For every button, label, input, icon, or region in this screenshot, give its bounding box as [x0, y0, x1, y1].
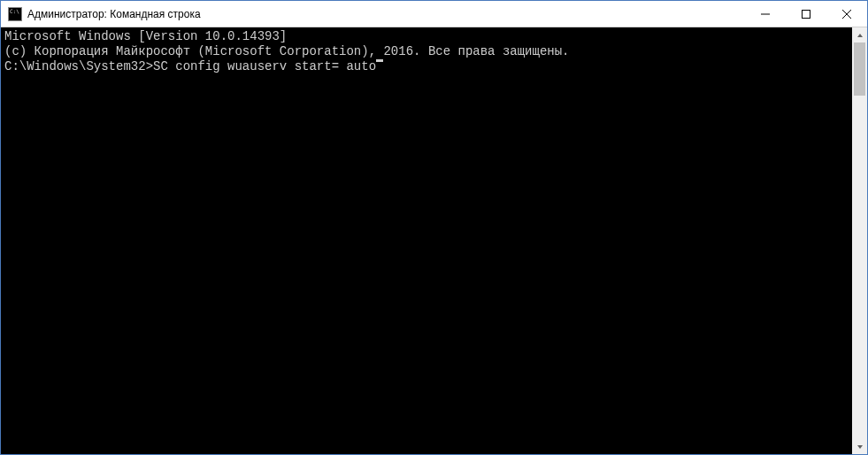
- command-input[interactable]: SC config wuauserv start= auto: [153, 59, 376, 74]
- prompt-line: C:\Windows\System32>SC config wuauserv s…: [4, 59, 849, 74]
- close-button[interactable]: [826, 1, 867, 27]
- vertical-scrollbar[interactable]: [852, 27, 867, 454]
- scroll-up-button[interactable]: [852, 27, 867, 42]
- command-prompt-window: Администратор: Командная строка Microsof…: [0, 0, 868, 455]
- cmd-icon: [8, 7, 22, 21]
- output-line: (c) Корпорация Майкрософт (Microsoft Cor…: [4, 44, 849, 59]
- svg-rect-1: [803, 10, 810, 18]
- scrollbar-track[interactable]: [852, 42, 867, 439]
- titlebar[interactable]: Администратор: Командная строка: [1, 1, 867, 27]
- svg-marker-4: [857, 34, 863, 37]
- client-area: Microsoft Windows [Version 10.0.14393](c…: [1, 27, 867, 454]
- scrollbar-thumb[interactable]: [854, 42, 865, 96]
- prompt: C:\Windows\System32>: [4, 59, 153, 74]
- output-line: Microsoft Windows [Version 10.0.14393]: [4, 29, 849, 44]
- svg-marker-5: [857, 445, 863, 449]
- minimize-button[interactable]: [745, 1, 786, 27]
- scroll-down-button[interactable]: [852, 439, 867, 454]
- window-controls: [745, 1, 867, 27]
- window-title: Администратор: Командная строка: [27, 8, 745, 20]
- cursor: [376, 59, 383, 62]
- terminal-output[interactable]: Microsoft Windows [Version 10.0.14393](c…: [1, 27, 852, 454]
- maximize-button[interactable]: [786, 1, 826, 27]
